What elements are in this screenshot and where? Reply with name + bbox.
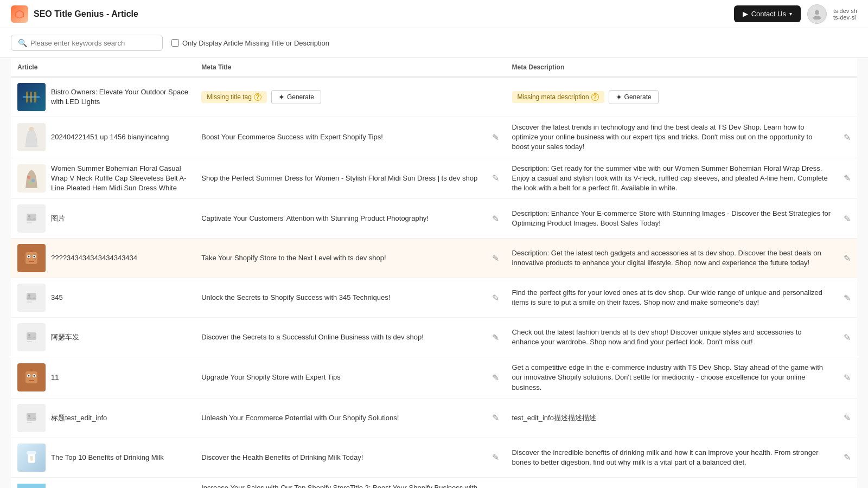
meta-desc-cell: Get a competitive edge in the e-commerce…: [506, 357, 837, 399]
meta-desc-text: Description: Enhance Your E-commerce Sto…: [512, 209, 831, 227]
edit-title-icon[interactable]: ✎: [492, 373, 499, 382]
edit-desc-icon[interactable]: ✎: [844, 214, 851, 223]
svg-rect-6: [30, 92, 32, 102]
meta-title-edit-cell: ✎: [486, 477, 506, 488]
svg-point-19: [33, 256, 35, 258]
svg-rect-39: [27, 451, 36, 454]
meta-title-edit-cell: ✎: [486, 239, 506, 278]
edit-desc-icon[interactable]: ✎: [844, 133, 851, 142]
edit-title-icon[interactable]: ✎: [492, 214, 499, 223]
svg-point-2: [815, 10, 819, 15]
meta-title-text: Unlock the Secrets to Shopify Success wi…: [201, 293, 390, 301]
meta-title-cell: Missing title tag ?✦ Generate: [195, 77, 485, 117]
meta-title-cell: Unleash Your Ecommerce Potential with Ou…: [195, 398, 485, 438]
edit-title-icon[interactable]: ✎: [492, 174, 499, 183]
meta-title-edit-cell: ✎: [486, 318, 506, 357]
col-header-meta-title: Meta Title: [195, 58, 485, 77]
article-cell: Women Summer Bohemian Floral Casual Wrap…: [11, 158, 195, 199]
meta-title-text: Captivate Your Customers' Attention with…: [201, 214, 429, 222]
article-thumbnail: [17, 244, 46, 272]
svg-point-10: [31, 179, 35, 182]
edit-title-icon[interactable]: ✎: [492, 453, 499, 462]
meta-desc-text: Description: Get ready for the summer vi…: [512, 164, 828, 192]
table-row: 202404221451 up 1456 bianyincahngBoost Y…: [11, 117, 857, 158]
article-thumbnail: [17, 404, 46, 432]
edit-desc-icon[interactable]: ✎: [844, 453, 851, 462]
toolbar: 🔍 Only Display Article Missing Title or …: [0, 28, 868, 58]
table-header-row: Article Meta Title Meta Description: [11, 58, 857, 77]
svg-rect-34: [30, 369, 33, 371]
header-left: SEO Title Genius - Article: [11, 5, 138, 23]
header: SEO Title Genius - Article ▶ Contact Us …: [0, 0, 868, 28]
article-cell: 测试post 202301417: [11, 477, 195, 488]
svg-point-8: [29, 127, 34, 131]
meta-desc-text: Discover the incredible benefits of drin…: [512, 448, 819, 466]
article-thumbnail: 🥛: [17, 444, 46, 472]
meta-title-edit-cell: ✎: [486, 158, 506, 199]
edit-desc-icon[interactable]: ✎: [844, 373, 851, 382]
article-cell: 11: [11, 357, 195, 399]
meta-desc-cell: test_edit_info描述描述描述: [506, 398, 837, 438]
meta-desc-edit-cell: ✎: [837, 438, 857, 477]
play-icon: ▶: [743, 10, 748, 18]
meta-title-text: Take Your Shopify Store to the Next Leve…: [201, 254, 386, 262]
article-cell: 阿瑟车发: [11, 318, 195, 357]
generate-desc-button[interactable]: ✦ Generate: [609, 90, 659, 104]
edit-title-icon[interactable]: ✎: [492, 254, 499, 263]
generate-title-button[interactable]: ✦ Generate: [271, 90, 321, 104]
table-row: 标题test_edit_infoUnleash Your Ecommerce P…: [11, 398, 857, 438]
meta-desc-edit-cell: ✎: [837, 239, 857, 278]
search-input[interactable]: [30, 39, 156, 47]
meta-title-cell: Take Your Shopify Store to the Next Leve…: [195, 239, 485, 278]
meta-desc-cell: Description: Get the latest tech gadgets…: [506, 239, 837, 278]
article-thumbnail: [17, 323, 46, 351]
edit-title-icon[interactable]: ✎: [492, 293, 499, 303]
meta-desc-edit-cell: ✎: [837, 318, 857, 357]
col-header-meta-title-action: [486, 58, 506, 77]
edit-title-icon[interactable]: ✎: [492, 133, 499, 142]
col-header-article: Article: [11, 58, 195, 77]
edit-desc-icon[interactable]: ✎: [844, 293, 851, 303]
edit-title-icon[interactable]: ✎: [492, 413, 499, 422]
article-name: 图片: [51, 214, 65, 223]
meta-title-edit-cell: ✎: [486, 278, 506, 318]
table-row: 图片Captivate Your Customers' Attention wi…: [11, 199, 857, 239]
edit-title-icon[interactable]: ✎: [492, 333, 499, 342]
edit-desc-icon[interactable]: ✎: [844, 174, 851, 183]
search-box[interactable]: 🔍: [11, 35, 163, 51]
meta-title-edit-cell: ✎: [486, 117, 506, 158]
meta-desc-edit-cell: ✎: [837, 477, 857, 488]
article-thumbnail: [17, 284, 46, 312]
meta-title-text: Shop the Perfect Summer Dress for Women …: [201, 174, 477, 182]
meta-title-text: Discover the Health Benefits of Drinking…: [201, 453, 363, 461]
missing-title-badge: Missing title tag ?: [201, 91, 267, 103]
svg-rect-28: [25, 371, 37, 383]
filter-checkbox[interactable]: [171, 39, 179, 47]
logo-icon: [11, 5, 28, 23]
svg-rect-25: [27, 332, 36, 340]
meta-desc-text: Check out the latest fashion trends at t…: [512, 328, 802, 346]
article-thumbnail: [17, 83, 46, 111]
table-row: Women Summer Bohemian Floral Casual Wrap…: [11, 158, 857, 199]
svg-point-23: [28, 294, 30, 297]
edit-desc-icon[interactable]: ✎: [844, 254, 851, 263]
edit-desc-icon[interactable]: ✎: [844, 413, 851, 422]
table-row: ????343434343434343434Take Your Shopify …: [11, 239, 857, 278]
article-name: Bistro Owners: Elevate Your Outdoor Spac…: [51, 87, 188, 107]
meta-title-cell: Discover the Secrets to a Successful Onl…: [195, 318, 485, 357]
missing-desc-badge: Missing meta description ?: [512, 91, 604, 103]
article-name: 202404221451 up 1456 bianyincahng: [51, 132, 169, 142]
meta-desc-cell: 测试artile 202301417 seo description updat…: [506, 477, 837, 488]
contact-button[interactable]: ▶ Contact Us ▾: [734, 5, 801, 22]
edit-desc-icon[interactable]: ✎: [844, 333, 851, 342]
svg-rect-20: [29, 261, 34, 262]
article-thumbnail: [17, 164, 46, 192]
filter-label[interactable]: Only Display Article Missing Title or De…: [171, 39, 329, 47]
meta-desc-text: test_edit_info描述描述描述: [512, 414, 596, 422]
svg-rect-5: [26, 92, 28, 102]
chevron-down-icon: ▾: [789, 11, 792, 17]
meta-title-cell: Upgrade Your Shopify Store with Expert T…: [195, 357, 485, 399]
article-name: 阿瑟车发: [51, 332, 79, 342]
svg-point-11: [30, 182, 32, 184]
meta-desc-text: Find the perfect gifts for your loved on…: [512, 288, 822, 306]
